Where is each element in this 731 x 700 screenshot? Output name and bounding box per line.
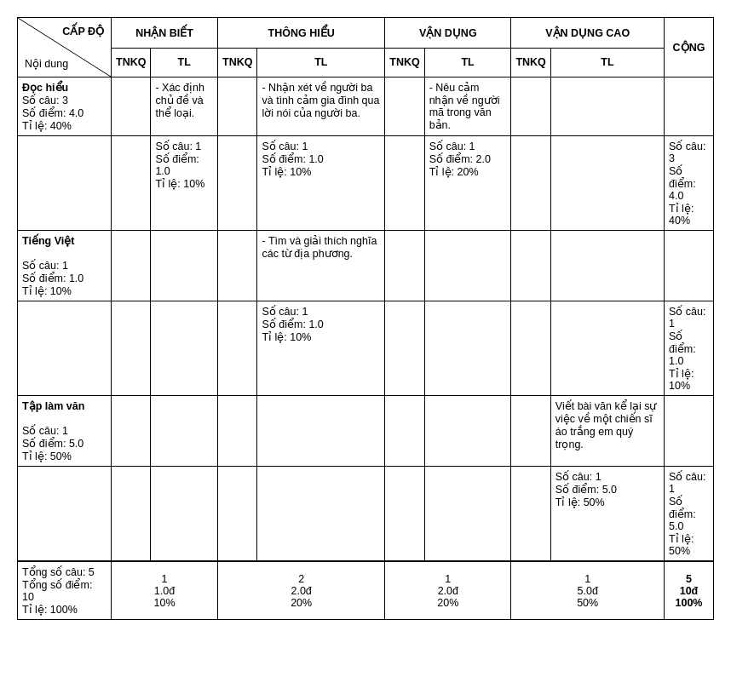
tap-lam-van-van-dung-tl-desc <box>424 396 511 467</box>
doc-hieu-van-dung-tnkq-sum <box>385 136 424 231</box>
doc-hieu-nhan-biet-tl-sum: Số câu: 1 Số điểm: 1.0 Tỉ lệ: 10% <box>151 136 218 231</box>
van-dung-cao-tl: TL <box>550 48 664 77</box>
tap-lam-van-thong-hieu-tl-sum <box>257 467 385 562</box>
doc-hieu-nhan-biet-tl-desc: - Xác định chủ đề và thể loại. <box>151 77 218 136</box>
noi-dung-label: Nội dung <box>25 57 68 70</box>
totals-label3: Tỉ lệ: 100% <box>22 603 106 616</box>
doc-hieu-summary-label <box>18 136 112 231</box>
tieng-viet-summary-label <box>18 301 112 396</box>
cap-do-label: CẤP ĐỘ <box>62 25 104 37</box>
doc-hieu-van-dung-cao-tl-sum <box>550 136 664 231</box>
doc-hieu-van-dung-cao-tl-desc <box>550 77 664 136</box>
totals-row: Tổng số câu: 5 Tổng số điểm: 10 Tỉ lệ: 1… <box>18 561 714 620</box>
cap-do-noi-dung-header: CẤP ĐỘ Nội dung <box>18 18 112 77</box>
tap-lam-van-summary-row: Số câu: 1 Số điểm: 5.0 Tỉ lệ: 50% Số câu… <box>18 467 714 562</box>
doc-hieu-so-cau: Số câu: 3 <box>22 94 106 106</box>
tieng-viet-van-dung-tl-desc <box>424 231 511 301</box>
tieng-viet-thong-hieu-tnkq-sum <box>218 301 257 396</box>
tap-lam-van-so-cau: Số câu: 1 <box>22 424 106 437</box>
tieng-viet-van-dung-cao-tl-desc <box>550 231 664 301</box>
doc-hieu-summary-row: Số câu: 1 Số điểm: 1.0 Tỉ lệ: 10% Số câu… <box>18 136 714 231</box>
tieng-viet-cong-sum: Số câu: 1 Số điểm: 1.0 Tỉ lệ: 10% <box>665 301 714 396</box>
header-row-1: CẤP ĐỘ Nội dung NHẬN BIẾT THÔNG HIỂU VẬN… <box>18 18 714 49</box>
tieng-viet-cong-desc <box>665 231 714 301</box>
tieng-viet-summary-row: Số câu: 1 Số điểm: 1.0 Tỉ lệ: 10% Số câu… <box>18 301 714 396</box>
tap-lam-van-nhan-biet-tnkq-sum <box>112 467 151 562</box>
totals-thong-hieu: 2 2.0đ 20% <box>218 561 385 620</box>
tieng-viet-so-diem: Số điểm: 1.0 <box>22 272 106 284</box>
tap-lam-van-summary-label <box>18 467 112 562</box>
totals-van-dung: 1 2.0đ 20% <box>385 561 511 620</box>
tieng-viet-so-cau: Số câu: 1 <box>22 259 106 272</box>
cong-header: CỘNG <box>665 18 714 77</box>
totals-label2: Tổng số điểm: 10 <box>22 578 106 603</box>
tap-lam-van-cong-desc <box>665 396 714 467</box>
main-table-wrapper: CẤP ĐỘ Nội dung NHẬN BIẾT THÔNG HIỂU VẬN… <box>17 17 714 620</box>
tap-lam-van-label: Tập làm văn <box>22 399 106 412</box>
tap-lam-van-van-dung-cao-tl-sum: Số câu: 1 Số điểm: 5.0 Tỉ lệ: 50% <box>550 467 664 562</box>
doc-hieu-so-diem: Số điểm: 4.0 <box>22 106 106 119</box>
doc-hieu-thong-hieu-tnkq-desc <box>218 77 257 136</box>
header-row-2: TNKQ TL TNKQ TL TNKQ TL TNKQ TL <box>18 48 714 77</box>
van-dung-cao-header: VẬN DỤNG CAO <box>511 18 665 49</box>
tieng-viet-van-dung-cao-tl-sum <box>550 301 664 396</box>
van-dung-cao-tnkq: TNKQ <box>511 48 550 77</box>
totals-label-cell: Tổng số câu: 5 Tổng số điểm: 10 Tỉ lệ: 1… <box>18 561 112 620</box>
van-dung-tl: TL <box>424 48 511 77</box>
doc-hieu-van-dung-cao-tnkq-sum <box>511 136 550 231</box>
tieng-viet-nhan-biet-tnkq-desc <box>112 231 151 301</box>
van-dung-header: VẬN DỤNG <box>385 18 511 49</box>
thong-hieu-header: THÔNG HIỂU <box>218 18 385 49</box>
tap-lam-van-ti-le: Tỉ lệ: 50% <box>22 450 106 462</box>
tap-lam-van-thong-hieu-tnkq-desc <box>218 396 257 467</box>
tap-lam-van-so-diem: Số điểm: 5.0 <box>22 437 106 450</box>
tap-lam-van-van-dung-tnkq-sum <box>385 467 424 562</box>
tieng-viet-van-dung-cao-tnkq-desc <box>511 231 550 301</box>
totals-van-dung-cao: 1 5.0đ 50% <box>511 561 665 620</box>
doc-hieu-label-cell: Đọc hiểu Số câu: 3 Số điểm: 4.0 Tỉ lệ: 4… <box>18 77 112 136</box>
totals-label1: Tổng số câu: 5 <box>22 565 106 578</box>
thong-hieu-tnkq: TNKQ <box>218 48 257 77</box>
tieng-viet-van-dung-tnkq-desc <box>385 231 424 301</box>
tieng-viet-van-dung-cao-tnkq-sum <box>511 301 550 396</box>
tap-lam-van-thong-hieu-tl-desc <box>257 396 385 467</box>
doc-hieu-cong-desc <box>665 77 714 136</box>
tap-lam-van-van-dung-cao-tl-desc: Viết bài văn kể lại sự việc về một chiến… <box>550 396 664 467</box>
tieng-viet-thong-hieu-tl-desc: - Tìm và giải thích nghĩa các từ địa phư… <box>257 231 385 301</box>
tap-lam-van-nhan-biet-tnkq-desc <box>112 396 151 467</box>
doc-hieu-van-dung-cao-tnkq-desc <box>511 77 550 136</box>
tieng-viet-nhan-biet-tl-desc <box>151 231 218 301</box>
tap-lam-van-label-cell: Tập làm văn Số câu: 1 Số điểm: 5.0 Tỉ lệ… <box>18 396 112 467</box>
tieng-viet-label-cell: Tiếng Việt Số câu: 1 Số điểm: 1.0 Tỉ lệ:… <box>18 231 112 301</box>
nhan-biet-header: NHẬN BIẾT <box>112 18 218 49</box>
tap-lam-van-van-dung-cao-tnkq-sum <box>511 467 550 562</box>
tieng-viet-ti-le: Tỉ lệ: 10% <box>22 284 106 297</box>
tieng-viet-van-dung-tnkq-sum <box>385 301 424 396</box>
tap-lam-van-cong-sum: Số câu: 1 Số điểm: 5.0 Tỉ lệ: 50% <box>665 467 714 562</box>
tap-lam-van-thong-hieu-tnkq-sum <box>218 467 257 562</box>
totals-nhan-biet: 1 1.0đ 10% <box>112 561 218 620</box>
doc-hieu-cong-sum: Số câu: 3 Số điểm: 4.0 Tỉ lệ: 40% <box>665 136 714 231</box>
doc-hieu-van-dung-tl-sum: Số câu: 1 Số điểm: 2.0 Tỉ lệ: 20% <box>424 136 511 231</box>
doc-hieu-ti-le: Tỉ lệ: 40% <box>22 119 106 132</box>
doc-hieu-thong-hieu-tnkq-sum <box>218 136 257 231</box>
tieng-viet-thong-hieu-tl-sum: Số câu: 1 Số điểm: 1.0 Tỉ lệ: 10% <box>257 301 385 396</box>
nhan-biet-tnkq: TNKQ <box>112 48 151 77</box>
doc-hieu-nhan-biet-tnkq-desc <box>112 77 151 136</box>
tieng-viet-nhan-biet-tnkq-sum <box>112 301 151 396</box>
tap-lam-van-van-dung-tnkq-desc <box>385 396 424 467</box>
doc-hieu-desc-row: Đọc hiểu Số câu: 3 Số điểm: 4.0 Tỉ lệ: 4… <box>18 77 714 136</box>
doc-hieu-thong-hieu-tl-sum: Số câu: 1 Số điểm: 1.0 Tỉ lệ: 10% <box>257 136 385 231</box>
doc-hieu-thong-hieu-tl-desc: - Nhận xét về người ba và tình cảm gia đ… <box>257 77 385 136</box>
doc-hieu-label: Đọc hiểu <box>22 81 106 94</box>
thong-hieu-tl: TL <box>257 48 385 77</box>
doc-hieu-van-dung-tnkq-desc <box>385 77 424 136</box>
tieng-viet-thong-hieu-tnkq-desc <box>218 231 257 301</box>
tieng-viet-van-dung-tl-sum <box>424 301 511 396</box>
rubric-table: CẤP ĐỘ Nội dung NHẬN BIẾT THÔNG HIỂU VẬN… <box>17 17 714 620</box>
tap-lam-van-nhan-biet-tl-sum <box>151 467 218 562</box>
doc-hieu-nhan-biet-tnkq-sum <box>112 136 151 231</box>
van-dung-tnkq: TNKQ <box>385 48 424 77</box>
doc-hieu-van-dung-tl-desc: - Nêu cảm nhận về người mã trong văn bản… <box>424 77 511 136</box>
nhan-biet-tl: TL <box>151 48 218 77</box>
